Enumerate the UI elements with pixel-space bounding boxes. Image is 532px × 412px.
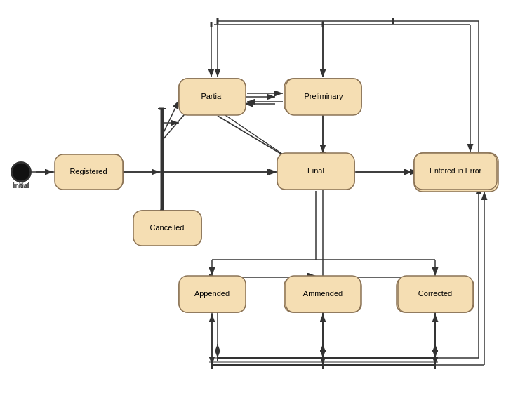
svg-text:Appended: Appended (194, 289, 230, 298)
svg-text:Ammended: Ammended (303, 289, 343, 298)
svg-text:Preliminary: Preliminary (304, 92, 343, 100)
svg-text:Corrected: Corrected (418, 289, 452, 298)
svg-text:Cancelled: Cancelled (150, 223, 185, 232)
svg-text:Initial: Initial (13, 182, 28, 190)
svg-rect-2 (0, 0, 532, 412)
svg-text:Registered: Registered (69, 167, 107, 175)
svg-text:Partial: Partial (201, 92, 222, 100)
svg-text:Final: Final (307, 166, 324, 175)
svg-point-71 (12, 163, 30, 181)
diagram-container: Registered Partial Preliminary Final Can… (0, 0, 532, 412)
svg-text:Entered in Error: Entered in Error (430, 166, 482, 175)
